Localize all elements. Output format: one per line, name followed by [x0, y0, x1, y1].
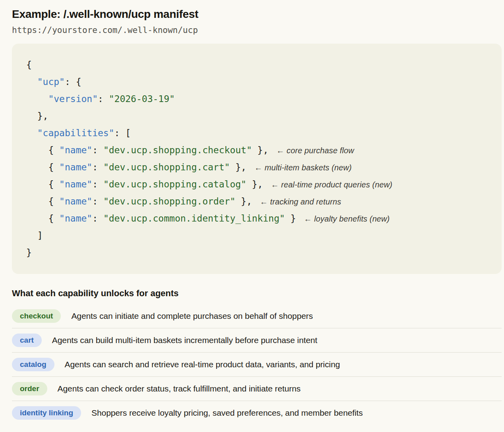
capability-row: identity linkingShoppers receive loyalty…: [12, 401, 502, 425]
capability-description: Agents can check order status, track ful…: [58, 384, 301, 393]
capability-description: Agents can search and retrieve real-time…: [65, 360, 340, 369]
capability-badge-catalog: catalog: [12, 358, 54, 371]
capability-description: Shoppers receive loyalty pricing, saved …: [91, 408, 363, 418]
code-token-plain: },: [252, 145, 269, 155]
code-token-key: "version": [48, 94, 98, 104]
code-token-plain: }: [285, 213, 296, 224]
code-token-plain: :: [92, 196, 103, 206]
capability-badge-identity-linking: identity linking: [12, 406, 81, 420]
capability-badge-cart: cart: [12, 334, 42, 347]
code-annotation: ← multi-item baskets (new): [254, 163, 352, 172]
code-token-plain: }: [26, 247, 32, 258]
code-line: "version": "2026-03-19": [26, 91, 495, 108]
code-token-plain: {: [26, 145, 59, 155]
capability-description: Agents can initiate and complete purchas…: [71, 311, 313, 321]
code-token-plain: },: [26, 111, 48, 121]
capability-row: catalogAgents can search and retrieve re…: [12, 352, 502, 376]
code-token-plain: [26, 94, 48, 104]
ucp-manifest-page: Example: /.well-known/ucp manifest https…: [0, 0, 504, 425]
code-line: {: [26, 56, 495, 73]
code-token-key: "name": [59, 162, 92, 172]
code-line: }: [26, 244, 495, 261]
capability-row: checkoutAgents can initiate and complete…: [12, 304, 502, 328]
code-token-string: "2026-03-19": [109, 94, 175, 104]
code-token-key: "capabilities": [37, 128, 114, 138]
code-token-string: "dev.ucp.shopping.order": [103, 196, 235, 206]
code-token-plain: [26, 128, 37, 138]
code-token-key: "ucp": [37, 77, 65, 87]
capability-badge-order: order: [12, 382, 47, 395]
manifest-url: https://yourstore.com/.well-known/ucp: [12, 25, 502, 35]
code-token-plain: ]: [26, 230, 43, 241]
code-annotation: ← tracking and returns: [260, 197, 341, 206]
code-token-plain: :: [92, 213, 103, 224]
code-token-string: "dev.ucp.shopping.checkout": [103, 145, 252, 155]
code-token-plain: },: [230, 162, 246, 172]
code-token-plain: :: [92, 179, 103, 189]
code-token-string: "dev.ucp.shopping.cart": [103, 162, 230, 172]
code-annotation: ← core purchase flow: [276, 146, 354, 155]
code-token-string: "dev.ucp.shopping.catalog": [103, 179, 246, 189]
code-token-string: "dev.ucp.common.identity_linking": [103, 213, 285, 224]
code-line: { "name": "dev.ucp.shopping.catalog" },←…: [26, 176, 495, 193]
capability-description: Agents can build multi-item baskets incr…: [52, 336, 317, 345]
code-token-plain: },: [246, 179, 263, 189]
code-token-plain: {: [26, 60, 32, 70]
code-line: { "name": "dev.ucp.shopping.cart" },← mu…: [26, 159, 495, 176]
code-token-plain: :: [92, 162, 103, 172]
page-title: Example: /.well-known/ucp manifest: [12, 8, 502, 21]
manifest-code-block: { "ucp": { "version": "2026-03-19" }, "c…: [12, 44, 502, 274]
code-token-key: "name": [59, 179, 92, 189]
code-token-plain: : [: [114, 128, 131, 138]
code-line: "ucp": {: [26, 73, 495, 91]
code-line: { "name": "dev.ucp.common.identity_linki…: [26, 210, 495, 227]
code-token-plain: {: [26, 196, 59, 206]
capability-row: orderAgents can check order status, trac…: [12, 376, 502, 401]
code-line: "capabilities": [: [26, 125, 495, 142]
capabilities-table: checkoutAgents can initiate and complete…: [12, 304, 502, 425]
code-line: ]: [26, 227, 495, 244]
capability-badge-checkout: checkout: [12, 309, 61, 323]
code-token-plain: {: [26, 179, 59, 189]
code-annotation: ← real-time product queries (new): [271, 180, 392, 189]
code-token-plain: [26, 77, 37, 87]
capabilities-heading: What each capability unlocks for agents: [12, 288, 502, 299]
code-token-key: "name": [59, 145, 92, 155]
capability-row: cartAgents can build multi-item baskets …: [12, 328, 502, 352]
code-token-plain: {: [26, 162, 59, 172]
code-token-key: "name": [59, 196, 92, 206]
code-line: { "name": "dev.ucp.shopping.checkout" },…: [26, 142, 495, 159]
code-annotation: ← loyalty benefits (new): [304, 214, 390, 223]
code-token-plain: {: [26, 213, 59, 224]
code-line: { "name": "dev.ucp.shopping.order" },← t…: [26, 193, 495, 210]
code-token-plain: },: [235, 196, 252, 206]
code-line: },: [26, 108, 495, 125]
code-token-plain: :: [98, 94, 109, 104]
code-token-key: "name": [59, 213, 92, 224]
code-token-plain: : {: [65, 77, 81, 87]
code-token-plain: :: [92, 145, 103, 155]
